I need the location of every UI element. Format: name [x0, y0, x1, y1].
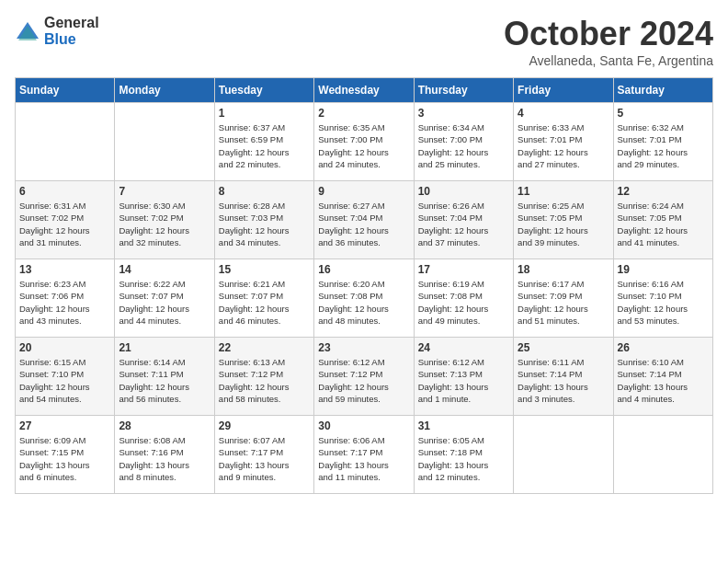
- calendar-cell: 19Sunrise: 6:16 AMSunset: 7:10 PMDayligh…: [613, 259, 712, 338]
- day-info: Sunrise: 6:08 AMSunset: 7:16 PMDaylight:…: [119, 434, 210, 483]
- calendar-day-header: Monday: [115, 78, 214, 103]
- calendar-table: SundayMondayTuesdayWednesdayThursdayFrid…: [15, 77, 713, 494]
- day-number: 28: [119, 419, 210, 432]
- day-number: 26: [618, 341, 709, 354]
- day-number: 11: [518, 185, 609, 198]
- day-info: Sunrise: 6:33 AMSunset: 7:01 PMDaylight:…: [518, 121, 609, 170]
- calendar-cell: 23Sunrise: 6:12 AMSunset: 7:12 PMDayligh…: [314, 338, 414, 416]
- calendar-header-row: SundayMondayTuesdayWednesdayThursdayFrid…: [16, 78, 713, 103]
- day-info: Sunrise: 6:16 AMSunset: 7:10 PMDaylight:…: [618, 278, 709, 327]
- calendar-cell: 9Sunrise: 6:27 AMSunset: 7:04 PMDaylight…: [314, 181, 414, 259]
- day-info: Sunrise: 6:22 AMSunset: 7:07 PMDaylight:…: [119, 278, 210, 327]
- calendar-cell: 8Sunrise: 6:28 AMSunset: 7:03 PMDaylight…: [214, 181, 313, 259]
- calendar-cell: 27Sunrise: 6:09 AMSunset: 7:15 PMDayligh…: [16, 416, 115, 494]
- logo-general: General: [44, 15, 99, 31]
- calendar-cell: [16, 103, 115, 181]
- calendar-cell: 30Sunrise: 6:06 AMSunset: 7:17 PMDayligh…: [314, 416, 414, 494]
- logo-icon: [15, 18, 40, 44]
- calendar-cell: [115, 103, 214, 181]
- day-number: 13: [19, 263, 110, 276]
- calendar-cell: 17Sunrise: 6:19 AMSunset: 7:08 PMDayligh…: [414, 259, 513, 338]
- day-info: Sunrise: 6:10 AMSunset: 7:14 PMDaylight:…: [618, 356, 709, 405]
- day-number: 7: [119, 185, 210, 198]
- calendar-cell: 28Sunrise: 6:08 AMSunset: 7:16 PMDayligh…: [115, 416, 214, 494]
- day-info: Sunrise: 6:15 AMSunset: 7:10 PMDaylight:…: [19, 356, 110, 405]
- calendar-cell: 26Sunrise: 6:10 AMSunset: 7:14 PMDayligh…: [613, 338, 712, 416]
- calendar-cell: 1Sunrise: 6:37 AMSunset: 6:59 PMDaylight…: [214, 103, 313, 181]
- calendar-cell: 11Sunrise: 6:25 AMSunset: 7:05 PMDayligh…: [514, 181, 613, 259]
- calendar-day-header: Wednesday: [314, 78, 414, 103]
- day-info: Sunrise: 6:14 AMSunset: 7:11 PMDaylight:…: [119, 356, 210, 405]
- day-info: Sunrise: 6:28 AMSunset: 7:03 PMDaylight:…: [219, 200, 310, 248]
- calendar-cell: 15Sunrise: 6:21 AMSunset: 7:07 PMDayligh…: [214, 259, 313, 338]
- calendar-cell: 18Sunrise: 6:17 AMSunset: 7:09 PMDayligh…: [514, 259, 613, 338]
- day-number: 12: [618, 185, 709, 198]
- day-info: Sunrise: 6:24 AMSunset: 7:05 PMDaylight:…: [618, 200, 709, 248]
- day-info: Sunrise: 6:32 AMSunset: 7:01 PMDaylight:…: [618, 121, 709, 170]
- day-info: Sunrise: 6:23 AMSunset: 7:06 PMDaylight:…: [19, 278, 110, 327]
- calendar-cell: 31Sunrise: 6:05 AMSunset: 7:18 PMDayligh…: [414, 416, 513, 494]
- calendar-week-row: 27Sunrise: 6:09 AMSunset: 7:15 PMDayligh…: [16, 416, 713, 494]
- day-info: Sunrise: 6:19 AMSunset: 7:08 PMDaylight:…: [418, 278, 509, 327]
- calendar-cell: 12Sunrise: 6:24 AMSunset: 7:05 PMDayligh…: [613, 181, 712, 259]
- day-info: Sunrise: 6:07 AMSunset: 7:17 PMDaylight:…: [219, 434, 310, 483]
- title-area: October 2024 Avellaneda, Santa Fe, Argen…: [504, 15, 713, 68]
- day-number: 8: [219, 185, 310, 198]
- logo-blue: Blue: [44, 31, 99, 48]
- calendar-cell: 20Sunrise: 6:15 AMSunset: 7:10 PMDayligh…: [16, 338, 115, 416]
- day-number: 17: [418, 263, 509, 276]
- calendar-day-header: Sunday: [16, 78, 115, 103]
- day-info: Sunrise: 6:35 AMSunset: 7:00 PMDaylight:…: [318, 121, 409, 170]
- month-title: October 2024: [504, 15, 713, 53]
- calendar-day-header: Friday: [514, 78, 613, 103]
- day-info: Sunrise: 6:17 AMSunset: 7:09 PMDaylight:…: [518, 278, 609, 327]
- day-number: 20: [19, 341, 110, 354]
- day-number: 27: [19, 419, 110, 432]
- day-info: Sunrise: 6:25 AMSunset: 7:05 PMDaylight:…: [518, 200, 609, 248]
- day-number: 29: [219, 419, 310, 432]
- day-info: Sunrise: 6:06 AMSunset: 7:17 PMDaylight:…: [318, 434, 409, 483]
- day-info: Sunrise: 6:13 AMSunset: 7:12 PMDaylight:…: [219, 356, 310, 405]
- day-number: 19: [618, 263, 709, 276]
- day-number: 23: [318, 341, 409, 354]
- calendar-week-row: 1Sunrise: 6:37 AMSunset: 6:59 PMDaylight…: [16, 103, 713, 181]
- calendar-cell: 21Sunrise: 6:14 AMSunset: 7:11 PMDayligh…: [115, 338, 214, 416]
- day-info: Sunrise: 6:05 AMSunset: 7:18 PMDaylight:…: [418, 434, 509, 483]
- calendar-cell: 4Sunrise: 6:33 AMSunset: 7:01 PMDaylight…: [514, 103, 613, 181]
- day-number: 16: [318, 263, 409, 276]
- calendar-cell: 2Sunrise: 6:35 AMSunset: 7:00 PMDaylight…: [314, 103, 414, 181]
- day-info: Sunrise: 6:21 AMSunset: 7:07 PMDaylight:…: [219, 278, 310, 327]
- day-number: 6: [19, 185, 110, 198]
- calendar-cell: 13Sunrise: 6:23 AMSunset: 7:06 PMDayligh…: [16, 259, 115, 338]
- day-number: 5: [618, 107, 709, 120]
- calendar-cell: 24Sunrise: 6:12 AMSunset: 7:13 PMDayligh…: [414, 338, 513, 416]
- calendar-cell: 5Sunrise: 6:32 AMSunset: 7:01 PMDaylight…: [613, 103, 712, 181]
- calendar-cell: [514, 416, 613, 494]
- day-info: Sunrise: 6:12 AMSunset: 7:13 PMDaylight:…: [418, 356, 509, 405]
- day-info: Sunrise: 6:27 AMSunset: 7:04 PMDaylight:…: [318, 200, 409, 248]
- calendar-cell: 10Sunrise: 6:26 AMSunset: 7:04 PMDayligh…: [414, 181, 513, 259]
- day-info: Sunrise: 6:34 AMSunset: 7:00 PMDaylight:…: [418, 121, 509, 170]
- page-header: General Blue October 2024 Avellaneda, Sa…: [15, 15, 713, 68]
- day-number: 10: [418, 185, 509, 198]
- calendar-cell: 29Sunrise: 6:07 AMSunset: 7:17 PMDayligh…: [214, 416, 313, 494]
- logo: General Blue: [15, 15, 99, 47]
- calendar-cell: 22Sunrise: 6:13 AMSunset: 7:12 PMDayligh…: [214, 338, 313, 416]
- calendar-week-row: 6Sunrise: 6:31 AMSunset: 7:02 PMDaylight…: [16, 181, 713, 259]
- day-number: 21: [119, 341, 210, 354]
- day-number: 9: [318, 185, 409, 198]
- day-info: Sunrise: 6:31 AMSunset: 7:02 PMDaylight:…: [19, 200, 110, 248]
- day-info: Sunrise: 6:20 AMSunset: 7:08 PMDaylight:…: [318, 278, 409, 327]
- logo-text: General Blue: [44, 15, 99, 47]
- calendar-day-header: Thursday: [414, 78, 513, 103]
- day-info: Sunrise: 6:11 AMSunset: 7:14 PMDaylight:…: [518, 356, 609, 405]
- day-number: 3: [418, 107, 509, 120]
- day-number: 1: [219, 107, 310, 120]
- calendar-cell: 16Sunrise: 6:20 AMSunset: 7:08 PMDayligh…: [314, 259, 414, 338]
- day-number: 2: [318, 107, 409, 120]
- calendar-week-row: 20Sunrise: 6:15 AMSunset: 7:10 PMDayligh…: [16, 338, 713, 416]
- calendar-cell: 3Sunrise: 6:34 AMSunset: 7:00 PMDaylight…: [414, 103, 513, 181]
- day-number: 30: [318, 419, 409, 432]
- calendar-cell: 7Sunrise: 6:30 AMSunset: 7:02 PMDaylight…: [115, 181, 214, 259]
- calendar-week-row: 13Sunrise: 6:23 AMSunset: 7:06 PMDayligh…: [16, 259, 713, 338]
